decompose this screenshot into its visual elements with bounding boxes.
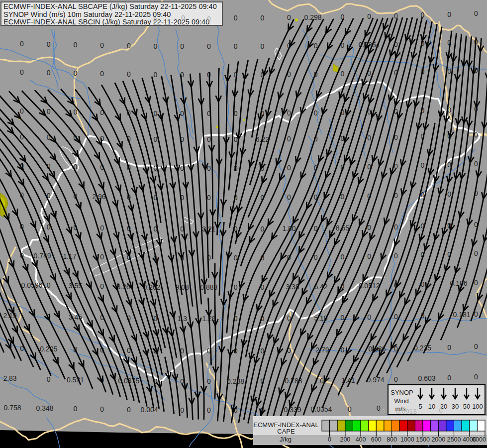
- svg-text:0: 0: [100, 41, 104, 49]
- svg-text:SYNOP Wind (m/s) 10m Saturday: SYNOP Wind (m/s) 10m Saturday 22-11-2025…: [3, 10, 171, 18]
- svg-text:0: 0: [234, 42, 238, 50]
- svg-text:0: 0: [260, 225, 264, 233]
- svg-text:0: 0: [474, 373, 478, 381]
- svg-text:0: 0: [127, 406, 131, 414]
- svg-text:0: 0: [287, 135, 291, 143]
- svg-text:0: 0: [394, 252, 398, 260]
- svg-text:600: 600: [371, 436, 382, 443]
- svg-text:0: 0: [260, 14, 264, 22]
- svg-text:0: 0: [367, 313, 371, 321]
- svg-text:SYNOP: SYNOP: [390, 389, 413, 396]
- svg-text:400: 400: [356, 436, 366, 443]
- svg-text:0: 0: [207, 135, 211, 143]
- svg-text:0: 0: [447, 190, 451, 198]
- svg-text:0: 0: [377, 404, 381, 412]
- svg-text:0: 0: [74, 405, 78, 413]
- svg-text:100: 100: [472, 403, 483, 410]
- svg-text:0: 0: [234, 283, 238, 291]
- svg-text:0: 0: [447, 67, 451, 75]
- svg-text:0: 0: [100, 224, 104, 232]
- svg-text:0: 0: [127, 42, 131, 50]
- svg-text:9.08: 9.08: [176, 283, 189, 291]
- svg-text:30: 30: [452, 403, 459, 410]
- svg-text:0: 0: [47, 281, 51, 289]
- svg-text:0: 0: [180, 42, 184, 50]
- svg-text:0: 0: [47, 108, 51, 115]
- svg-text:0: 0: [447, 343, 451, 351]
- svg-text:0.758: 0.758: [3, 404, 21, 412]
- svg-text:0: 0: [207, 42, 211, 50]
- svg-text:ECMWF-INDEX-ANAL SBCAPE (J/kg): ECMWF-INDEX-ANAL SBCAPE (J/kg) Saturday …: [3, 2, 217, 10]
- svg-text:0: 0: [394, 223, 398, 231]
- svg-text:2500: 2500: [447, 436, 461, 443]
- svg-text:0: 0: [180, 406, 184, 414]
- svg-text:1000: 1000: [400, 436, 414, 443]
- svg-text:2.79: 2.79: [315, 346, 329, 354]
- svg-text:0: 0: [287, 109, 291, 117]
- svg-text:0: 0: [100, 70, 104, 78]
- svg-text:0: 0: [474, 9, 478, 17]
- svg-text:0: 0: [367, 12, 371, 20]
- svg-text:0.348: 0.348: [36, 404, 53, 412]
- svg-text:0: 0: [127, 70, 131, 78]
- svg-text:0.004: 0.004: [140, 406, 158, 414]
- svg-text:0.0913: 0.0913: [396, 408, 416, 415]
- svg-text:0: 0: [47, 40, 51, 48]
- svg-text:0.235: 0.235: [414, 344, 431, 352]
- svg-text:10: 10: [428, 403, 435, 410]
- svg-text:0: 0: [20, 107, 24, 115]
- svg-text:50: 50: [463, 403, 470, 410]
- svg-text:0: 0: [74, 69, 78, 77]
- svg-text:0: 0: [341, 253, 345, 261]
- svg-text:0: 0: [74, 41, 78, 49]
- svg-text:0: 0: [394, 375, 398, 383]
- svg-text:0: 0: [474, 160, 478, 168]
- svg-text:0: 0: [154, 110, 158, 117]
- svg-text:0: 0: [447, 10, 451, 18]
- svg-text:0: 0: [287, 164, 291, 172]
- svg-text:0: 0: [421, 161, 425, 169]
- svg-text:0: 0: [367, 252, 371, 260]
- svg-text:0: 0: [207, 377, 211, 385]
- svg-text:200: 200: [340, 436, 350, 443]
- svg-text:0: 0: [447, 374, 451, 382]
- svg-text:0: 0: [439, 407, 443, 414]
- svg-text:0: 0: [47, 375, 51, 383]
- svg-text:0: 0: [341, 70, 345, 78]
- svg-text:0: 0: [381, 408, 385, 415]
- svg-text:0: 0: [154, 71, 158, 79]
- svg-text:0: 0: [314, 109, 318, 117]
- svg-text:0: 0: [367, 134, 371, 142]
- svg-text:0: 0: [234, 14, 238, 22]
- svg-text:0.603: 0.603: [418, 374, 435, 382]
- svg-text:2.96: 2.96: [92, 193, 105, 201]
- svg-text:0: 0: [474, 279, 478, 287]
- svg-text:0.288: 0.288: [227, 377, 244, 385]
- svg-text:0: 0: [181, 14, 185, 21]
- svg-text:5: 5: [418, 403, 422, 410]
- svg-text:0: 0: [154, 135, 158, 143]
- svg-text:2000: 2000: [431, 436, 445, 443]
- svg-text:ECMWF-INDEX-ANAL SBCIN (J/kg): ECMWF-INDEX-ANAL SBCIN (J/kg) Saturday 2…: [3, 18, 209, 26]
- svg-text:0.339: 0.339: [284, 406, 301, 414]
- svg-text:0: 0: [100, 282, 104, 290]
- svg-text:0.749: 0.749: [33, 252, 51, 260]
- svg-text:0: 0: [20, 68, 24, 76]
- svg-text:0: 0: [20, 40, 24, 48]
- svg-text:0: 0: [328, 436, 331, 443]
- svg-text:0: 0: [74, 108, 78, 116]
- svg-text:0: 0: [287, 13, 291, 21]
- svg-text:0: 0: [287, 193, 291, 201]
- svg-text:1500: 1500: [416, 436, 430, 443]
- svg-text:800: 800: [387, 436, 397, 443]
- svg-text:0: 0: [348, 405, 352, 413]
- svg-text:6000: 6000: [472, 436, 486, 443]
- svg-text:0: 0: [153, 16, 157, 23]
- svg-text:0: 0: [394, 313, 398, 321]
- svg-text:Wind: Wind: [394, 397, 409, 405]
- svg-text:0.521: 0.521: [67, 376, 84, 384]
- svg-text:0: 0: [154, 42, 158, 50]
- svg-text:0: 0: [474, 342, 478, 350]
- svg-text:0: 0: [474, 249, 478, 257]
- svg-text:0: 0: [47, 69, 51, 77]
